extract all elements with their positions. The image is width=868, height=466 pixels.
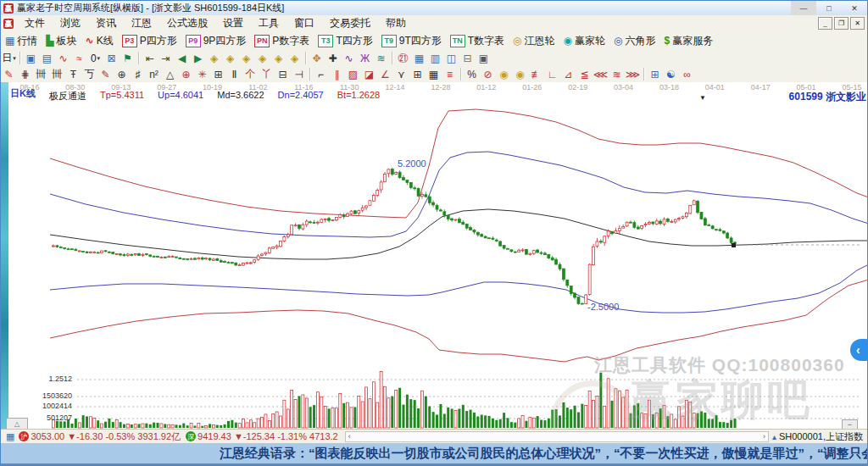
grid-hash-button[interactable]: ⋕ <box>17 67 33 81</box>
knot-tool-button[interactable]: ≋ <box>373 51 389 65</box>
toolbar-9t-square-button[interactable]: T99T四方形 <box>377 34 446 48</box>
h-ruler-button[interactable]: ⊣ <box>291 67 307 81</box>
triangle-button[interactable]: △ <box>162 67 178 81</box>
diamond-4-button[interactable]: ◈ <box>254 51 270 65</box>
grid-2-button[interactable]: ⊞ <box>409 67 426 81</box>
save-button[interactable]: ◫ <box>443 51 459 65</box>
hand-button[interactable]: ✥ <box>309 51 325 65</box>
flag-button[interactable]: ⚑ <box>120 51 136 65</box>
pen-red-button[interactable]: ✎ <box>97 67 114 81</box>
child-close-button[interactable]: ✕ <box>850 17 865 30</box>
truck-button[interactable]: ⊟ <box>459 51 476 65</box>
waves-red-button[interactable]: ≋ <box>609 67 625 81</box>
corner-button[interactable]: ⌐ <box>313 67 329 81</box>
toolbar-hexagon-button[interactable]: ◎六角形 <box>609 34 659 48</box>
pen-button[interactable]: ✎ <box>1 67 17 81</box>
toolbar-winner-wheel-button[interactable]: ◉赢家轮 <box>559 34 609 48</box>
zero-tool-button[interactable]: 0▾ <box>87 51 103 65</box>
toolbar-kline-button[interactable]: ∿K线 <box>81 34 118 48</box>
document-button[interactable]: ▤ <box>39 51 55 65</box>
menu-item-5[interactable]: 设置 <box>215 16 251 31</box>
circle-cross-button[interactable]: ⊕ <box>114 67 130 81</box>
gold-coin-1-button[interactable]: ◉ <box>496 67 512 81</box>
y-red-button[interactable]: 丫 <box>259 67 275 81</box>
collapse-panel-button[interactable]: ‹ <box>850 339 868 361</box>
horizontal-scrollbar[interactable]: ‹ › <box>345 431 769 442</box>
toolbar-quotes-button[interactable]: ▦行情 <box>1 34 42 48</box>
purple-tool-button[interactable]: Ж <box>357 51 373 65</box>
calculator-button[interactable]: ▦ <box>411 51 427 65</box>
grid-dark-button[interactable]: ▦ <box>426 67 442 81</box>
hatch-box-button[interactable]: ▨ <box>345 67 361 81</box>
toolbar-t-square-button[interactable]: T3T四方形 <box>314 34 376 48</box>
toolbar-sectors-button[interactable]: ▙板块 <box>42 34 81 48</box>
circle-slash-button[interactable]: ⊘ <box>480 67 496 81</box>
asterisk-button[interactable]: ✳ <box>194 67 210 81</box>
quote-grid-icon[interactable]: ▦ <box>6 431 14 442</box>
half-box-button[interactable]: ◪ <box>361 67 377 81</box>
infinity-button[interactable]: ∞ <box>679 67 695 81</box>
yin-yang-button[interactable]: ☯ <box>663 67 679 81</box>
rays-button[interactable]: ∥ <box>329 67 345 81</box>
t-bar-button[interactable]: Ŧ <box>65 67 81 81</box>
delta-button[interactable]: ⊿ <box>560 67 576 81</box>
bars-ii-button[interactable]: Ⅱ <box>226 67 242 81</box>
percent-button[interactable]: % <box>464 67 480 81</box>
diamond-2-button[interactable]: ◈ <box>222 51 238 65</box>
menu-item-9[interactable]: 帮助 <box>378 16 414 31</box>
fast-left-button[interactable]: ⋘ <box>593 67 609 81</box>
prev-bar-button[interactable]: ◀ <box>174 51 190 65</box>
diamond-1-button[interactable]: ◈ <box>206 51 222 65</box>
hash2-button[interactable]: ♯ <box>130 67 146 81</box>
toolbar-p-number-table-button[interactable]: PNP数字表 <box>250 34 314 48</box>
toolbar-t-number-table-button[interactable]: TNT数字表 <box>446 34 509 48</box>
first-bar-button[interactable]: ⇤ <box>142 51 158 65</box>
toolbar-9p-square-button[interactable]: P99P四方形 <box>181 34 251 48</box>
gold-coin-2-button[interactable]: ◉ <box>512 67 528 81</box>
menu-item-1[interactable]: 浏览 <box>53 16 88 31</box>
tally-b-button[interactable]: 卌 <box>49 67 65 81</box>
menu-item-7[interactable]: 窗口 <box>287 16 322 31</box>
wave-c-button[interactable]: ∿ <box>341 51 357 65</box>
less-fan-button[interactable]: ≦ <box>576 67 593 81</box>
menu-item-3[interactable]: 江恩 <box>124 16 159 31</box>
hook-button[interactable]: 丂 <box>81 67 97 81</box>
last-bar-button[interactable]: ⇥ <box>158 51 174 65</box>
menu-item-8[interactable]: 交易委托 <box>322 16 378 31</box>
maximize-button[interactable]: □ <box>816 1 842 15</box>
fast-right-button[interactable]: ⋙ <box>625 67 641 81</box>
toolbar-winner-service-button[interactable]: $赢家服务 <box>660 34 718 48</box>
tally-a-button[interactable]: 卌 <box>33 67 49 81</box>
calendar-21-button[interactable]: ㉑ <box>395 51 411 65</box>
notebook-button[interactable]: ▥ <box>427 51 443 65</box>
wave-a-button[interactable]: ∿ <box>55 51 71 65</box>
angle-2-button[interactable]: ∟ <box>544 67 560 81</box>
hatch3-button[interactable]: ≡ <box>442 67 458 81</box>
active-index-segment[interactable]: ▴ SH000001,上证指数 <box>772 430 867 443</box>
angle-button[interactable]: ∠ <box>377 67 393 81</box>
next-bar-button[interactable]: ▶ <box>190 51 206 65</box>
printer-button[interactable]: ▣ <box>476 51 492 65</box>
minimize-button[interactable]: — <box>791 1 816 15</box>
menu-item-4[interactable]: 公式选股 <box>159 16 215 31</box>
fork-red-button[interactable]: 个 <box>242 67 259 81</box>
box-minus-button[interactable]: ⊟ <box>275 67 291 81</box>
menu-item-2[interactable]: 资讯 <box>88 16 124 31</box>
close-button[interactable]: ✕ <box>842 1 867 15</box>
period-day-button[interactable]: 日▾ <box>1 51 17 65</box>
scroll-right-icon[interactable]: › <box>763 432 765 441</box>
n-square-button[interactable]: n² <box>146 67 162 81</box>
toolbar-gann-wheel-button[interactable]: ◎江恩轮 <box>509 34 559 48</box>
fan-lines-button[interactable]: ≢ <box>528 67 544 81</box>
chart-area[interactable]: 08-1608-3009-1309-2710-1911-0211-1611-30… <box>1 82 868 429</box>
circle-cross-red-button[interactable]: ⊕ <box>178 67 194 81</box>
diamond-5-button[interactable]: ◈ <box>270 51 287 65</box>
color-grid-button[interactable]: ⊞ <box>647 67 663 81</box>
child-restore-button[interactable]: ❐ <box>834 17 849 30</box>
diamond-6-button[interactable]: ◈ <box>287 51 303 65</box>
scroll-left-icon[interactable]: ‹ <box>348 432 351 441</box>
wave-b-button[interactable]: ≈ <box>71 51 87 65</box>
vee-button[interactable]: ⋎ <box>393 67 409 81</box>
toolbar-p-square-button[interactable]: P3P四方形 <box>118 34 181 48</box>
window-layout-button[interactable]: ▣ <box>23 51 39 65</box>
